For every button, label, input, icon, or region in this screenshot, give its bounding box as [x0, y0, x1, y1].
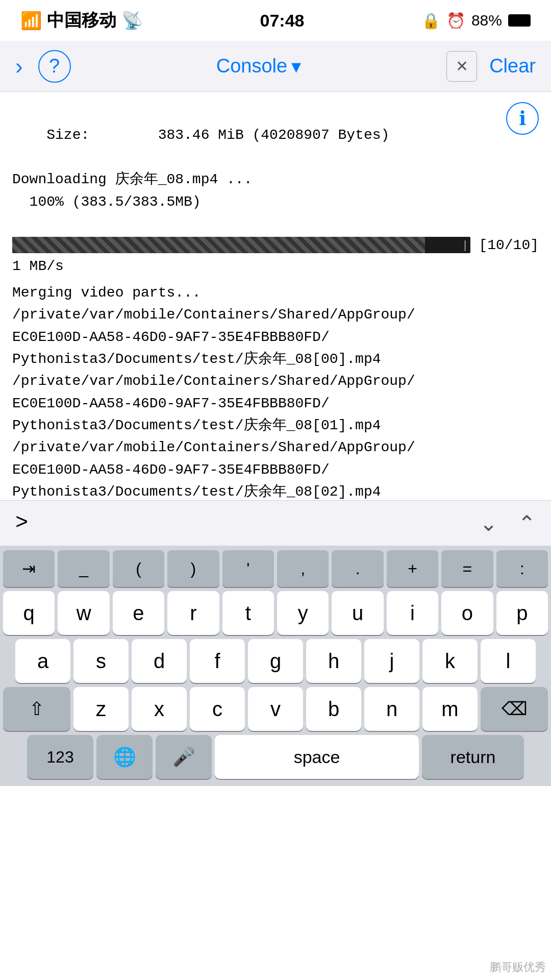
progress-bar: |	[12, 237, 470, 253]
scroll-up-button[interactable]: ⌃	[518, 511, 536, 536]
prompt-symbol: >	[15, 511, 28, 535]
scroll-down-button[interactable]: ⌄	[480, 511, 497, 536]
toolbar: › ? Console ▾ ✕ Clear	[0, 41, 551, 92]
comma-key[interactable]: ,	[277, 550, 329, 587]
backspace-key[interactable]: ⌫	[481, 687, 548, 731]
status-bar: 📶 中国移动 📡 07:48 🔒 ⏰ 88%	[0, 0, 551, 41]
key-t[interactable]: t	[222, 591, 274, 635]
key-s[interactable]: s	[73, 639, 129, 683]
key-z[interactable]: z	[73, 687, 129, 731]
battery-label: 88%	[471, 12, 502, 29]
key-v[interactable]: v	[248, 687, 303, 731]
key-d[interactable]: d	[132, 639, 187, 683]
console-text-block: Size: 383.46 MiB (40208907 Bytes) Downlo…	[12, 102, 539, 235]
input-navigation: ⌄ ⌃	[480, 511, 536, 536]
key-w[interactable]: w	[58, 591, 109, 635]
microphone-key[interactable]: 🎤	[156, 735, 212, 779]
close-paren-key[interactable]: )	[167, 550, 219, 587]
info-button[interactable]: ℹ	[506, 102, 539, 135]
alarm-icon: ⏰	[446, 12, 465, 30]
key-j[interactable]: j	[364, 639, 419, 683]
keyboard-row-bottom: 123 🌐 🎤 space return	[0, 733, 551, 781]
console-speed-line: 1 MB/s	[12, 255, 539, 277]
key-h[interactable]: h	[306, 639, 361, 683]
key-q[interactable]: q	[3, 591, 55, 635]
key-i[interactable]: i	[387, 591, 438, 635]
key-c[interactable]: c	[190, 687, 245, 731]
key-e[interactable]: e	[113, 591, 164, 635]
status-left: 📶 中国移动 📡	[20, 9, 143, 32]
dropdown-arrow-icon[interactable]: ▾	[291, 55, 301, 78]
input-row: > ⌄ ⌃	[0, 500, 551, 546]
keyboard-row-3: ⇧ z x c v b n m ⌫	[0, 685, 551, 733]
globe-key[interactable]: 🌐	[96, 735, 153, 779]
console-title-label: Console	[216, 55, 287, 77]
return-key[interactable]: return	[422, 735, 524, 779]
keyboard-row-2: a s d f g h j k l	[0, 637, 551, 685]
toolbar-right: ✕ Clear	[446, 51, 536, 82]
key-a[interactable]: a	[15, 639, 70, 683]
quote-key[interactable]: '	[222, 550, 274, 587]
toolbar-left: › ?	[15, 50, 71, 83]
open-paren-key[interactable]: (	[113, 550, 164, 587]
key-m[interactable]: m	[422, 687, 478, 731]
status-time: 07:48	[260, 11, 304, 31]
key-p[interactable]: p	[496, 591, 548, 635]
progress-tick: |	[464, 238, 467, 252]
console-merging-text: Merging video parts... /private/var/mobi…	[12, 282, 539, 500]
equals-key[interactable]: =	[441, 550, 493, 587]
close-button[interactable]: ✕	[446, 51, 477, 82]
period-key[interactable]: .	[332, 550, 383, 587]
signal-icon: 📶	[20, 10, 42, 31]
wifi-icon: 📡	[121, 10, 143, 31]
underscore-key[interactable]: _	[58, 550, 109, 587]
key-u[interactable]: u	[332, 591, 383, 635]
battery-icon	[508, 14, 531, 27]
lock-icon: 🔒	[421, 12, 440, 30]
tab-key[interactable]: ⇥	[3, 550, 55, 587]
key-r[interactable]: r	[167, 591, 219, 635]
clear-button[interactable]: Clear	[489, 55, 536, 77]
numbers-key[interactable]: 123	[27, 735, 93, 779]
key-k[interactable]: k	[422, 639, 478, 683]
key-b[interactable]: b	[306, 687, 361, 731]
carrier-label: 中国移动	[47, 9, 116, 32]
chevron-right-icon[interactable]: ›	[15, 54, 23, 79]
progress-fill	[12, 237, 425, 253]
plus-key[interactable]: +	[387, 550, 438, 587]
key-g[interactable]: g	[248, 639, 303, 683]
key-l[interactable]: l	[481, 639, 536, 683]
keyboard-row-1: q w e r t y u i o p	[0, 589, 551, 637]
console-size-line: Size: 383.46 MiB (40208907 Bytes) Downlo…	[12, 127, 389, 209]
toolbar-title: Console ▾	[216, 55, 301, 78]
key-n[interactable]: n	[364, 687, 419, 731]
key-x[interactable]: x	[132, 687, 187, 731]
console-output-area: ℹ Size: 383.46 MiB (40208907 Bytes) Down…	[0, 92, 551, 500]
key-f[interactable]: f	[190, 639, 245, 683]
special-keys-row: ⇥ _ ( ) ' , . + = :	[0, 546, 551, 589]
space-key[interactable]: space	[215, 735, 419, 779]
status-right: 🔒 ⏰ 88%	[421, 12, 531, 30]
shift-key[interactable]: ⇧	[3, 687, 70, 731]
colon-key[interactable]: :	[496, 550, 548, 587]
help-button[interactable]: ?	[38, 50, 71, 83]
key-o[interactable]: o	[441, 591, 493, 635]
progress-label: [10/10]	[479, 237, 539, 253]
progress-bar-container: | [10/10]	[12, 237, 539, 253]
watermark: 鹏哥贩优秀	[490, 960, 546, 975]
key-y[interactable]: y	[277, 591, 329, 635]
keyboard: ⇥ _ ( ) ' , . + = : q w e r t y u i o p …	[0, 546, 551, 786]
